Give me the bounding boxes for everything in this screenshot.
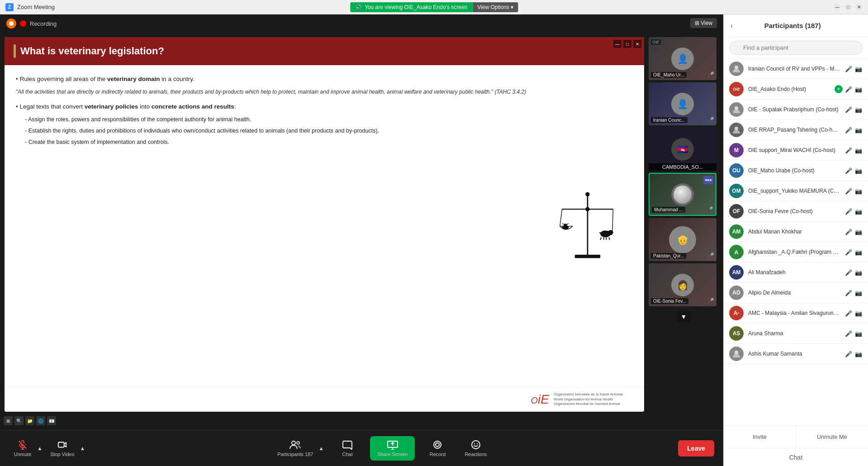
p-name-ali: Ali Manafzadeh: [748, 269, 840, 276]
p-icons-aruna: 🎤 📷: [844, 330, 863, 337]
view-options-button[interactable]: View Options ▾: [473, 2, 518, 12]
participant-row-pasang: OIE RRAP_Pasang Tshering (Co-host) 🎤 📷: [724, 120, 868, 140]
task-icon-3[interactable]: 📧: [47, 416, 56, 425]
mic-icon-pasang: 🎤: [844, 127, 853, 133]
close-button[interactable]: ✕: [855, 4, 863, 11]
share-screen-icon: [387, 440, 398, 450]
more-btn-4[interactable]: •••: [703, 176, 713, 184]
panel-header: ‹ Participants (187): [724, 14, 868, 37]
start-icon[interactable]: ⊞: [4, 416, 13, 425]
microphone-icon: [18, 440, 28, 450]
avatar-asako: OiE: [729, 82, 744, 96]
p-name-amc: AMC - Malaysia - Amilan Sivagurunathan: [748, 310, 840, 316]
mic-icon-asako: 🎤: [844, 86, 853, 93]
quote-text: "All the activities that are directly or…: [16, 88, 533, 96]
video-thumb-muhammad: ••• Muhammad ... 🎤: [649, 173, 716, 216]
chat-icon: [342, 440, 353, 450]
p-icons-asako: + 🎤 📷: [835, 85, 863, 93]
mic-icon-abdul: 🎤: [844, 228, 853, 235]
unmute-me-button[interactable]: Unmute Me: [796, 426, 868, 448]
avatar-alipio: AD: [729, 285, 744, 300]
record-button[interactable]: Record: [424, 437, 451, 460]
svg-point-24: [292, 441, 295, 445]
p-icons-abdul: 🎤 📷: [844, 228, 863, 235]
mic-icon-supalak: 🎤: [844, 106, 853, 113]
participants-group: Participants 187 ▲: [273, 437, 325, 460]
avatar-ali: AM: [729, 265, 744, 280]
right-panel: ‹ Participants (187) 🔍 Iranian Council o…: [723, 14, 868, 466]
participant-row-aruna: AS Aruna Sharma 🎤 📷: [724, 323, 868, 344]
video-arrow[interactable]: ▲: [79, 445, 86, 452]
search-icon[interactable]: 🔍: [14, 416, 24, 425]
mic-icon-amc: 🎤: [844, 310, 853, 317]
muted-icon-4: 🎤: [707, 206, 713, 213]
participants-icon: [289, 440, 301, 450]
bullet-2: • Legal texts that convert veterinary po…: [16, 102, 533, 112]
svg-point-30: [474, 443, 475, 444]
main-layout: Recording ⊞ View What is veterinary legi…: [0, 14, 868, 466]
scroll-down-button[interactable]: ▼: [677, 311, 691, 322]
video-label-4: Muhammad ...: [652, 207, 685, 213]
task-icon-1[interactable]: 📁: [25, 416, 34, 425]
participants-arrow[interactable]: ▲: [318, 445, 325, 452]
task-icon-2[interactable]: 🌐: [36, 416, 45, 425]
reactions-button[interactable]: Reactions: [460, 437, 491, 460]
svg-point-2: [585, 192, 589, 196]
leave-button[interactable]: Leave: [678, 440, 714, 456]
chat-tab[interactable]: Chat: [724, 448, 868, 466]
slide-close-btn[interactable]: ✕: [633, 40, 641, 48]
oie-logo: OiE: [531, 392, 549, 407]
toolbar-right: Leave: [678, 440, 714, 456]
slide-area: What is veterinary legislation? • Rules …: [5, 37, 644, 412]
avatar-3: 🇰🇭: [671, 138, 694, 161]
p-icons-iranian: 🎤 📷: [844, 66, 863, 72]
mic-icon-mirai: 🎤: [844, 147, 853, 154]
cambodia-label: CAMBODIA_SO...: [649, 163, 716, 171]
sub-bullet-1: - Assign the roles, powers and responsib…: [25, 115, 533, 124]
svg-line-16: [600, 237, 601, 240]
recording-indicator: [20, 20, 26, 27]
participant-row-ashis: Ashis Kumar Samanta 🎤 📷: [724, 344, 868, 364]
chat-button[interactable]: Chat: [334, 437, 361, 460]
p-icons-alipio: 🎤 📷: [844, 290, 863, 296]
panel-footer-buttons: Invite Unmute Me: [724, 426, 868, 448]
slide-restore-btn[interactable]: □: [623, 40, 631, 48]
panel-collapse-button[interactable]: ‹: [730, 22, 733, 30]
share-screen-button[interactable]: Share Screen: [370, 436, 415, 461]
scroll-indicator: ▼: [649, 309, 719, 324]
minimize-button[interactable]: —: [834, 4, 841, 11]
taskbar: ⊞ 🔍 📁 🌐 📧: [0, 412, 723, 430]
video-label-1: OIE_Maho Ur...: [651, 72, 687, 78]
maximize-button[interactable]: □: [844, 4, 852, 11]
chat-label: Chat: [342, 452, 353, 457]
cam-icon-afghanistan: 📷: [854, 249, 863, 256]
slide-minimize-btn[interactable]: —: [613, 40, 621, 48]
cam-icon-ali: 📷: [854, 269, 863, 276]
unmute-arrow[interactable]: ▲: [36, 445, 43, 452]
avatar-mirai: M: [729, 143, 744, 157]
title-bar-center: You are viewing OIE_Asako Endo's screen …: [350, 2, 518, 12]
p-icons-yukiko: 🎤 📷: [844, 188, 863, 195]
avatar-5: 👴: [669, 226, 696, 253]
participants-button[interactable]: Participants 187: [273, 437, 318, 460]
view-button[interactable]: ⊞ View: [690, 18, 717, 28]
svg-point-25: [297, 442, 299, 444]
slide-body: • Rules governing all areas of the veter…: [5, 65, 644, 387]
svg-point-27: [434, 441, 441, 448]
slide-header-bar: [14, 44, 16, 58]
title-bar-left: Z Zoom Meeting: [5, 3, 55, 11]
avatar-maho: OU: [729, 163, 744, 178]
cam-icon-mirai: 📷: [854, 147, 863, 154]
video-thumb-pakistan: 👴 Pakistan_Qur... 🎤: [649, 218, 716, 261]
unmute-button[interactable]: Unmute: [9, 437, 36, 460]
slide-header: What is veterinary legislation?: [5, 37, 644, 65]
participant-row-mirai: M OIE support_Mirai WACHI (Co-host) 🎤 📷: [724, 140, 868, 161]
participant-row-amc: A- AMC - Malaysia - Amilan Sivagurunatha…: [724, 303, 868, 323]
invite-button[interactable]: Invite: [724, 426, 796, 448]
p-name-ashis: Ashis Kumar Samanta: [748, 351, 840, 357]
bottom-toolbar: Unmute ▲ Stop Video: [0, 430, 723, 466]
stop-video-button[interactable]: Stop Video: [46, 437, 79, 460]
search-participant-input[interactable]: [729, 41, 863, 55]
slide-controls[interactable]: — □ ✕: [613, 40, 641, 48]
title-bar: Z Zoom Meeting You are viewing OIE_Asako…: [0, 0, 868, 14]
